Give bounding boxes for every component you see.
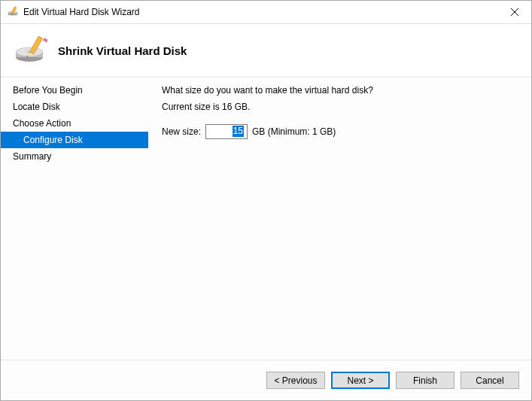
- wizard-body: Before You BeginLocate DiskChoose Action…: [1, 77, 531, 360]
- current-size-text: Current size is 16 GB.: [162, 102, 518, 112]
- wizard-step[interactable]: Choose Action: [1, 115, 148, 132]
- cancel-button[interactable]: Cancel: [461, 372, 519, 389]
- new-size-input[interactable]: [205, 124, 248, 139]
- titlebar: Edit Virtual Hard Disk Wizard: [1, 1, 531, 24]
- app-icon: [7, 6, 19, 18]
- wizard-header: Shrink Virtual Hard Disk: [1, 24, 531, 77]
- wizard-step[interactable]: Before You Begin: [1, 82, 148, 99]
- new-size-unit: GB (Minimum: 1 GB): [252, 126, 336, 137]
- close-button[interactable]: [497, 1, 531, 23]
- next-button[interactable]: Next >: [331, 372, 390, 389]
- page-heading: Shrink Virtual Hard Disk: [58, 44, 187, 57]
- wizard-content: What size do you want to make the virtua…: [148, 77, 531, 360]
- new-size-row: New size: 15 GB (Minimum: 1 GB): [162, 124, 518, 139]
- finish-button[interactable]: Finish: [396, 372, 454, 389]
- wizard-step[interactable]: Summary: [1, 148, 148, 165]
- svg-rect-13: [43, 38, 47, 42]
- window-title: Edit Virtual Hard Disk Wizard: [23, 7, 497, 17]
- new-size-label: New size:: [162, 126, 201, 137]
- wizard-step[interactable]: Configure Disk: [1, 132, 148, 148]
- wizard-steps-sidebar: Before You BeginLocate DiskChoose Action…: [1, 77, 148, 360]
- wizard-step[interactable]: Locate Disk: [1, 99, 148, 115]
- wizard-footer: < Previous Next > Finish Cancel: [1, 360, 531, 400]
- size-question: What size do you want to make the virtua…: [162, 85, 518, 96]
- disk-edit-icon: [14, 36, 47, 65]
- close-icon: [511, 8, 518, 16]
- previous-button[interactable]: < Previous: [266, 372, 325, 389]
